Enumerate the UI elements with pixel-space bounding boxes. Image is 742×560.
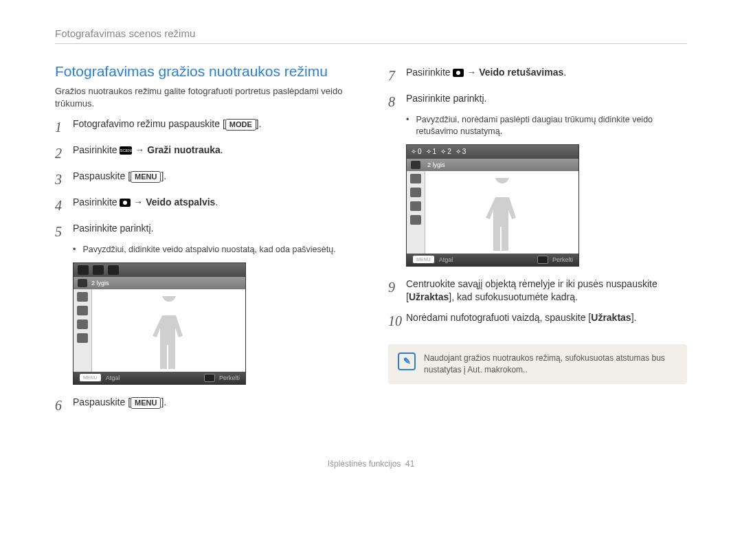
step-7: 7 Pasirinkite → Veido retušavimas. [388, 66, 687, 85]
step-3: 3 Paspauskite [MENU]. [55, 170, 354, 189]
screen-footer: MENUAtgal Perkelti [74, 372, 245, 384]
sidebar-icon [77, 333, 88, 343]
screen-preview [92, 289, 245, 372]
menu-button-label: MENU [131, 397, 161, 409]
step-5-note: Pavyzdžiui, didinkite veido atspalvio nu… [73, 244, 354, 256]
step-number: 8 [388, 92, 406, 111]
step-bold: Užraktas [409, 291, 449, 302]
note-text: Naudojant gražios nuotraukos režimą, suf… [424, 352, 677, 376]
camera-screen-1: 2 lygis MENUAtgal [73, 262, 246, 385]
screen-subbar: 2 lygis [407, 159, 578, 171]
nav-icon [537, 256, 548, 264]
step-2: 2 Pasirinkite SCENE → Graži nuotrauka. [55, 144, 354, 163]
fraction-0-icon: ✧0 [411, 148, 422, 155]
back-label: Atgal [439, 256, 453, 263]
sidebar-icon [77, 306, 88, 315]
step-text: ]. [256, 118, 262, 129]
step-number: 5 [55, 222, 73, 241]
level-label: 2 lygis [427, 161, 445, 168]
step-bold: Veido retušavimas [479, 67, 563, 78]
screen-preview [425, 171, 578, 254]
sidebar-icon [410, 201, 421, 211]
step-text: ]. [161, 170, 166, 181]
sidebar-icon [77, 292, 88, 302]
intro-text: Gražios nuotraukos režimu galite fotogra… [55, 85, 354, 109]
info-icon: ✎ [398, 352, 416, 370]
left-column: Fotografavimas gražios nuotraukos režimu… [55, 63, 354, 418]
step-bold: Užraktas [591, 312, 631, 323]
step-text: . [563, 67, 566, 78]
step-10: 10 Norėdami nufotografuoti vaizdą, spaus… [388, 311, 687, 331]
back-label: Atgal [106, 374, 120, 381]
step-text: Pasirinkite [73, 197, 120, 208]
step-8-note: Pavyzdžiui, norėdami paslėpti daugiau tr… [406, 114, 687, 137]
step-text: Pasirinkite [73, 144, 120, 155]
step-text: Paspauskite [ [73, 170, 131, 181]
level-label: 2 lygis [91, 280, 109, 287]
camera-icon [453, 69, 464, 77]
footer-page: 41 [405, 459, 414, 469]
nav-icon [204, 374, 215, 382]
sidebar-icon [410, 215, 421, 225]
scene-icon: SCENE [120, 146, 132, 155]
step-1: 1 Fotografavimo režimu paspauskite [MODE… [55, 117, 354, 137]
screen-sidebar [74, 289, 92, 372]
substep-text: Pavyzdžiui, didinkite veido atspalvio nu… [82, 244, 335, 256]
screen-footer: MENUAtgal Perkelti [407, 254, 578, 266]
footer-label: Išplėstinės funkcijos [328, 459, 401, 469]
step-bold: Graži nuotrauka [147, 144, 221, 155]
camera-icon [120, 199, 131, 207]
step-text: Paspauskite [ [73, 396, 131, 407]
note-box: ✎ Naudojant gražios nuotraukos režimą, s… [388, 344, 687, 384]
breadcrumb: Fotografavimas scenos režimu [55, 27, 687, 44]
step-text: ]. [631, 312, 637, 323]
substep-text: Pavyzdžiui, norėdami paslėpti daugiau tr… [416, 114, 687, 137]
step-8: 8 Pasirinkite parinktį. [388, 92, 687, 111]
step-4: 4 Pasirinkite → Veido atspalvis. [55, 196, 354, 215]
step-text: . [215, 197, 218, 208]
step-number: 9 [388, 278, 406, 297]
step-number: 6 [55, 396, 73, 415]
step-text: ]. [161, 396, 166, 407]
sidebar-icon [77, 320, 88, 329]
toolbar-icon [78, 265, 89, 275]
menu-small-icon: MENU [412, 255, 435, 264]
step-number: 2 [55, 144, 73, 163]
sidebar-icon [410, 188, 421, 197]
move-label: Perkelti [219, 374, 240, 381]
camera-screen-2: ✧0 ✧1 ✧2 ✧3 2 lygis [406, 144, 579, 267]
step-number: 3 [55, 170, 73, 189]
step-text: Fotografavimo režimu paspauskite [ [73, 118, 225, 129]
arrow: → [464, 67, 479, 78]
fraction-2-icon: ✧2 [440, 148, 451, 155]
step-text: Pasirinkite parinktį. [406, 92, 687, 106]
menu-button-label: MENU [131, 171, 161, 183]
step-5: 5 Pasirinkite parinktį. [55, 222, 354, 241]
fraction-1-icon: ✧1 [426, 148, 437, 155]
step-text: Norėdami nufotografuoti vaizdą, spauskit… [406, 312, 591, 323]
step-text: Pasirinkite parinktį. [73, 222, 354, 236]
screen-sidebar [407, 171, 425, 254]
step-number: 4 [55, 196, 73, 215]
level-icon [78, 279, 87, 287]
arrow: → [131, 197, 146, 208]
screen-subbar: 2 lygis [74, 277, 245, 289]
toolbar-icon [108, 265, 119, 275]
step-text: Pasirinkite [406, 67, 453, 78]
page-footer: Išplėstinės funkcijos 41 [55, 459, 687, 469]
section-title: Fotografavimas gražios nuotraukos režimu [55, 63, 354, 80]
arrow: → [132, 144, 147, 155]
person-silhouette-icon [478, 178, 526, 254]
step-number: 1 [55, 117, 73, 137]
person-silhouette-icon [145, 296, 193, 372]
mode-button-label: MODE [225, 119, 256, 131]
screen-topbar: ✧0 ✧1 ✧2 ✧3 [407, 145, 578, 159]
toolbar-icon [93, 265, 104, 275]
sidebar-icon [410, 174, 421, 183]
step-text: . [221, 144, 223, 155]
move-label: Perkelti [552, 256, 573, 263]
menu-small-icon: MENU [79, 373, 102, 382]
fraction-3-icon: ✧3 [456, 148, 466, 155]
step-number: 7 [388, 66, 406, 85]
right-column: 7 Pasirinkite → Veido retušavimas. 8 Pas… [388, 63, 687, 418]
